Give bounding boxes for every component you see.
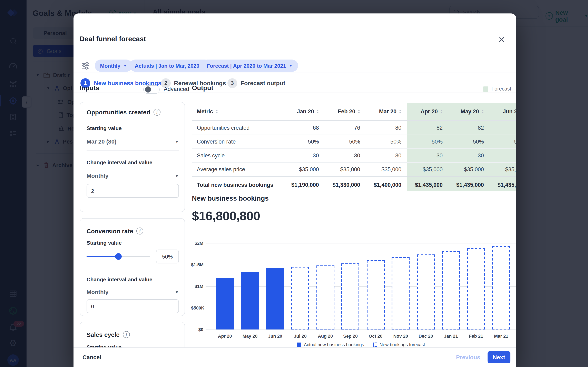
column-header[interactable]: Feb 20: [325, 103, 366, 120]
chart-big-number: $16,800,800: [192, 209, 260, 224]
period-filter-chip[interactable]: Monthly▼: [95, 59, 132, 72]
card-title: Conversion rate i: [86, 227, 143, 234]
table-cell: Total new business bookings: [192, 176, 283, 193]
cancel-button[interactable]: Cancel: [82, 354, 101, 360]
column-header[interactable]: Jan 20: [283, 103, 325, 120]
table-row: Conversion rate50%50%50%50%50%50%: [192, 134, 516, 149]
x-axis-tick: Jul 20: [294, 334, 306, 338]
table-cell: 50%: [366, 135, 407, 149]
table-cell: Conversion rate: [192, 135, 283, 149]
x-axis-tick: Jun 20: [268, 334, 282, 338]
gridline: [206, 329, 516, 330]
starting-value-select[interactable]: Mar 20 (80)▼: [86, 138, 179, 145]
legend-item: Actual new business bookings: [297, 342, 364, 347]
change-value-input[interactable]: 2: [86, 184, 179, 198]
next-button[interactable]: Next: [487, 351, 510, 363]
info-icon[interactable]: i: [154, 109, 160, 116]
modal-scroll-area[interactable]: Inputs Advanced Opportunities created i …: [73, 79, 516, 347]
conversion-slider[interactable]: 50%: [86, 250, 179, 263]
table-cell: 50%: [283, 135, 325, 149]
y-axis-tick: $0: [191, 327, 203, 332]
forecast-filter-chip[interactable]: Forecast | Apr 2020 to Mar 2021▼: [201, 59, 298, 72]
y-axis-tick: $500K: [191, 305, 203, 310]
sort-icon: [399, 110, 401, 113]
x-axis-tick: Mar 21: [494, 334, 508, 338]
starting-value-label: Starting value: [86, 240, 122, 246]
x-axis-tick: Sep 20: [343, 334, 358, 338]
y-axis-tick: $1M: [191, 284, 203, 289]
table-cell: 50%: [325, 135, 366, 149]
change-interval-label: Change interval and value: [86, 276, 152, 283]
slider-thumb[interactable]: [115, 253, 121, 260]
info-icon[interactable]: i: [136, 227, 143, 234]
table-cell: 30: [490, 149, 516, 162]
sort-icon: [316, 110, 319, 113]
chart-title: New business bookings: [192, 194, 269, 202]
column-header[interactable]: May 20: [448, 103, 490, 120]
slider-value-input[interactable]: 50%: [156, 250, 179, 263]
table-header-row: MetricJan 20Feb 20Mar 20Apr 20May 20Jun …: [192, 103, 516, 121]
forecast-bar-Mar 21: [492, 246, 510, 329]
table-cell: $1,400,000: [366, 176, 407, 193]
x-axis-tick: Feb 21: [469, 334, 483, 338]
table-cell: 50%: [407, 135, 448, 149]
interval-select[interactable]: Monthly▼: [86, 289, 179, 295]
table-cell: 30: [448, 149, 490, 162]
table-body: Opportunities created687680828282Convers…: [192, 121, 516, 176]
table-cell: $35,000: [325, 163, 366, 176]
previous-button[interactable]: Previous: [456, 354, 480, 360]
output-table: MetricJan 20Feb 20Mar 20Apr 20May 20Jun …: [192, 103, 516, 193]
column-header[interactable]: Jun 20: [490, 103, 516, 120]
forecast-bar-Aug 20: [316, 266, 334, 329]
table-cell: $1,330,000: [325, 176, 366, 193]
x-axis-tick: Nov 20: [393, 334, 408, 338]
change-value-input[interactable]: 0: [86, 299, 179, 313]
solid-swatch-icon: [297, 342, 301, 347]
modal-title: Deal funnel forecast: [80, 35, 146, 43]
forecast-bar-Oct 20: [367, 260, 385, 329]
card-title: Opportunities created i: [86, 109, 160, 116]
sort-icon: [216, 110, 218, 113]
table-cell: 50%: [490, 135, 516, 149]
forecast-bar-Feb 21: [467, 248, 485, 329]
table-cell: 76: [325, 121, 366, 134]
table-cell: $35,000: [407, 163, 448, 176]
column-header[interactable]: Apr 20: [407, 103, 448, 120]
column-header[interactable]: Metric: [192, 103, 283, 120]
dashed-swatch-icon: [373, 342, 377, 347]
actuals-filter-chip[interactable]: Actuals | Jan to Mar, 2020▼: [130, 59, 211, 72]
table-cell: 30: [366, 149, 407, 162]
table-cell: Sales cycle: [192, 149, 283, 162]
table-cell: $1,190,000: [283, 176, 325, 193]
table-cell: $35,000: [448, 163, 490, 176]
chart-legend: Actual new business bookingsNew bookings…: [206, 342, 516, 347]
screen: 22 ⚙ AA Goals & Models + New▼ All simple…: [0, 0, 588, 367]
close-icon[interactable]: [498, 36, 506, 43]
actual-bar-May 20: [241, 272, 259, 329]
y-axis-tick: $2M: [191, 241, 203, 245]
x-axis-tick: Oct 20: [369, 334, 382, 338]
table-cell: Average sales price: [192, 163, 283, 176]
interval-select[interactable]: Monthly▼: [86, 173, 179, 179]
table-cell: Opportunities created: [192, 121, 283, 134]
filter-sliders-icon: [80, 61, 90, 71]
starting-value-label: Starting value: [86, 125, 122, 131]
table-cell: 30: [325, 149, 366, 162]
divider: [73, 53, 516, 53]
table-cell: 30: [407, 149, 448, 162]
x-axis-tick: Aug 20: [318, 334, 333, 338]
sales-cycle-card: Sales cycle i Starting value: [80, 322, 185, 347]
table-row: Sales cycle303030303030: [192, 149, 516, 162]
actual-bar-Jun 20: [266, 268, 284, 329]
forecast-bar-Dec 20: [417, 254, 435, 329]
table-cell: 82: [407, 121, 448, 134]
column-header[interactable]: Mar 20: [366, 103, 407, 120]
info-icon[interactable]: i: [123, 331, 130, 338]
table-row: Opportunities created687680828282: [192, 121, 516, 134]
table-cell: $35,000: [490, 163, 516, 176]
forecast-bar-Jan 21: [442, 251, 460, 329]
conversion-rate-card: Conversion rate i Starting value 50% Cha…: [80, 218, 185, 316]
modal-footer: Cancel Previous Next: [73, 347, 516, 367]
forecast-legend: Forecast: [483, 86, 511, 92]
advanced-toggle[interactable]: [143, 85, 160, 94]
